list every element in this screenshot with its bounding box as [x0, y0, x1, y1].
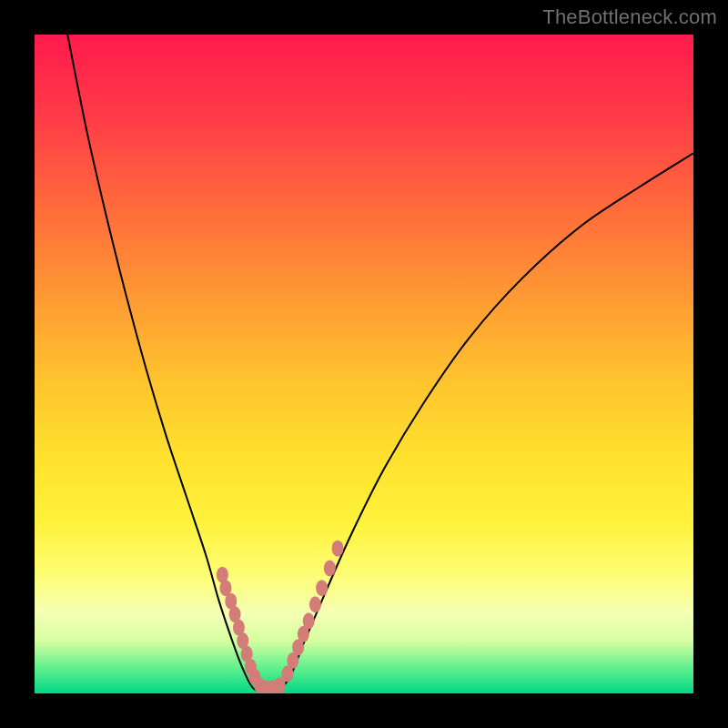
curves-svg — [35, 35, 693, 693]
right-curve — [278, 153, 693, 693]
outer-frame: TheBottleneck.com — [0, 0, 728, 728]
marker-dot — [309, 596, 321, 612]
marker-dot — [303, 612, 315, 629]
watermark-text: TheBottleneck.com — [542, 5, 717, 29]
marker-dot — [332, 541, 344, 557]
marker-dot — [324, 560, 336, 576]
marker-dots — [217, 541, 344, 693]
marker-dot — [316, 580, 328, 596]
plot-area — [35, 35, 693, 693]
